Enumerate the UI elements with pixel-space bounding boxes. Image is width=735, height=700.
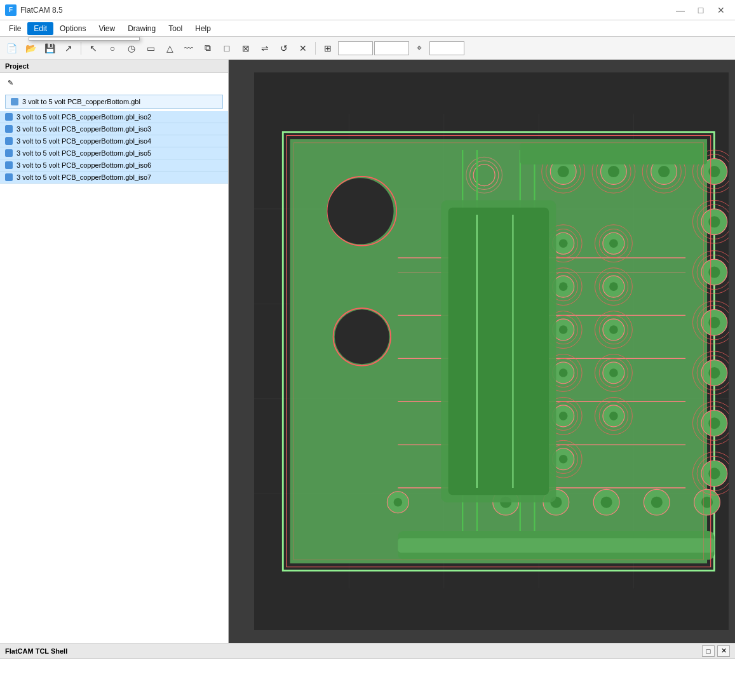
svg-point-55 <box>559 325 568 334</box>
title-controls: — □ ✕ <box>671 3 730 17</box>
main-layout: Project ✎ 3 volt to 5 volt PCB_copperBot… <box>0 60 735 643</box>
tcl-minimize-btn[interactable]: □ <box>702 645 715 657</box>
canvas-area[interactable] <box>229 60 735 643</box>
first-item-icon <box>11 98 18 105</box>
sidebar-list: 3 volt to 5 volt PCB_copperBottom.gbl_is… <box>0 111 228 184</box>
svg-point-47 <box>701 497 713 508</box>
sidebar-tool-draw[interactable]: ✎ <box>0 76 228 90</box>
tcl-controls: □ ✕ <box>702 645 730 657</box>
menu-item-file[interactable]: File <box>3 22 27 35</box>
list-item-icon-1 <box>5 125 13 133</box>
project-label: Project <box>5 62 29 70</box>
pcb-canvas[interactable] <box>254 72 729 630</box>
toolbar-rect-btn[interactable]: ▭ <box>142 39 159 57</box>
draw-icon: ✎ <box>5 77 15 88</box>
svg-point-65 <box>609 282 618 291</box>
svg-point-67 <box>609 325 618 334</box>
svg-point-25 <box>708 166 720 177</box>
toolbar-input-1[interactable]: 0.1 <box>338 41 373 55</box>
maximize-button[interactable]: □ <box>692 3 710 17</box>
svg-point-61 <box>559 455 568 464</box>
svg-point-33 <box>708 367 720 379</box>
sidebar-list-item[interactable]: 3 volt to 5 volt PCB_copperBottom.gbl_is… <box>0 123 228 135</box>
svg-point-43 <box>601 497 612 508</box>
menu-item-edit[interactable]: Edit <box>27 22 53 35</box>
svg-point-63 <box>609 239 618 248</box>
tcl-title: FlatCAM TCL Shell <box>5 647 67 655</box>
menu-item-view[interactable]: View <box>92 22 121 35</box>
toolbar-arc-btn[interactable]: ◷ <box>123 39 140 57</box>
dropdown-menu <box>29 37 140 41</box>
sidebar-list-item[interactable]: 3 volt to 5 volt PCB_copperBottom.gbl_is… <box>0 147 228 159</box>
svg-rect-115 <box>448 208 549 495</box>
project-header: Project <box>0 60 228 73</box>
menu-item-help[interactable]: Help <box>189 22 217 35</box>
toolbar-rotate-btn[interactable]: ↺ <box>275 39 293 57</box>
sidebar-list-item[interactable]: 3 volt to 5 volt PCB_copperBottom.gbl_is… <box>0 172 228 184</box>
svg-point-53 <box>559 282 568 291</box>
svg-point-59 <box>559 412 568 421</box>
list-item-icon-4 <box>5 161 13 169</box>
toolbar-export-btn[interactable]: ↗ <box>60 39 78 57</box>
close-button[interactable]: ✕ <box>712 3 730 17</box>
sidebar-first-item[interactable]: 3 volt to 5 volt PCB_copperBottom.gbl <box>5 95 223 109</box>
toolbar-square-btn[interactable]: □ <box>218 39 236 57</box>
svg-point-31 <box>708 317 720 328</box>
list-item-icon-3 <box>5 149 13 157</box>
tcl-shell-header: FlatCAM TCL Shell □ ✕ <box>0 643 735 659</box>
toolbar-open-btn[interactable]: 📂 <box>22 39 39 57</box>
svg-point-49 <box>394 498 403 507</box>
tcl-body <box>0 659 735 700</box>
toolbar-mirror-btn[interactable]: ⇌ <box>256 39 274 57</box>
svg-point-45 <box>651 497 663 508</box>
toolbar-sep-1 <box>81 42 81 55</box>
svg-point-21 <box>608 166 619 177</box>
svg-point-71 <box>609 412 618 421</box>
toolbar-select-btn[interactable]: ↖ <box>84 39 102 57</box>
toolbar-snap-btn[interactable]: ⌖ <box>410 39 428 57</box>
toolbar-poly-btn[interactable]: △ <box>161 39 179 57</box>
tcl-close-btn[interactable]: ✕ <box>717 645 730 657</box>
toolbar-input-2[interactable]: 0.1 <box>374 41 409 55</box>
svg-point-69 <box>609 368 618 377</box>
svg-point-23 <box>658 166 670 177</box>
first-item-label: 3 volt to 5 volt PCB_copperBottom.gbl <box>22 98 140 105</box>
list-item-icon-0 <box>5 113 13 121</box>
sidebar-list-item[interactable]: 3 volt to 5 volt PCB_copperBottom.gbl_is… <box>0 159 228 172</box>
toolbar-grid-btn[interactable]: ⊞ <box>319 39 337 57</box>
toolbar-close-path-btn[interactable]: ✕ <box>294 39 312 57</box>
pcb-svg <box>254 72 729 630</box>
toolbar-input-3[interactable]: 0.05 <box>429 41 464 55</box>
app-icon: F <box>5 4 17 16</box>
sidebar-tools: ✎ <box>0 73 228 92</box>
menu-item-options[interactable]: Options <box>53 22 92 35</box>
sidebar-list-item[interactable]: 3 volt to 5 volt PCB_copperBottom.gbl_is… <box>0 135 228 147</box>
svg-point-35 <box>708 417 720 429</box>
toolbar-save-btn[interactable]: 💾 <box>41 39 58 57</box>
title-bar: F FlatCAM 8.5 — □ ✕ <box>0 0 735 20</box>
menu-item-drawing[interactable]: Drawing <box>121 22 162 35</box>
toolbar-new-btn[interactable]: 📄 <box>3 39 20 57</box>
minimize-button[interactable]: — <box>671 3 689 17</box>
axis-y <box>229 72 253 630</box>
sidebar: Project ✎ 3 volt to 5 volt PCB_copperBot… <box>0 60 229 643</box>
svg-point-12 <box>327 178 393 244</box>
svg-point-51 <box>559 239 568 248</box>
sidebar-list-item[interactable]: 3 volt to 5 volt PCB_copperBottom.gbl_is… <box>0 111 228 123</box>
toolbar-copy-btn[interactable]: ⧉ <box>199 39 217 57</box>
list-item-icon-2 <box>5 137 13 145</box>
svg-point-37 <box>708 468 720 479</box>
title-bar-left: F FlatCAM 8.5 <box>5 4 63 16</box>
menu-item-tool[interactable]: Tool <box>162 22 189 35</box>
svg-rect-117 <box>398 538 714 553</box>
toolbar-clip-btn[interactable]: ⊠ <box>237 39 255 57</box>
svg-point-29 <box>708 266 720 278</box>
toolbar-path-btn[interactable]: 〰 <box>180 39 198 57</box>
title-text: FlatCAM 8.5 <box>20 6 63 15</box>
svg-rect-118 <box>520 143 707 165</box>
tcl-content[interactable] <box>0 659 735 700</box>
svg-point-19 <box>558 166 569 177</box>
axis-x <box>254 630 729 643</box>
toolbar-circle-btn[interactable]: ○ <box>104 39 121 57</box>
list-item-icon-5 <box>5 173 13 181</box>
